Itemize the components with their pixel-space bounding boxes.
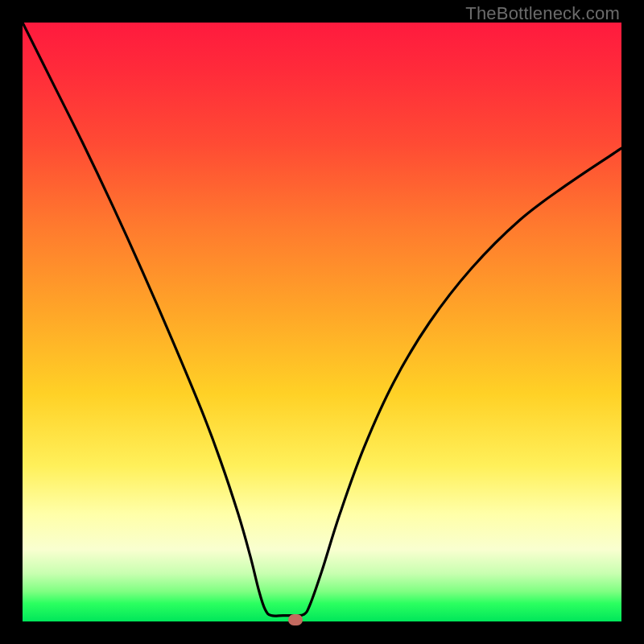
plot-area [23, 23, 621, 621]
watermark-text: TheBottleneck.com [465, 3, 620, 24]
optimum-marker [288, 614, 303, 625]
chart-frame: TheBottleneck.com [0, 0, 644, 644]
